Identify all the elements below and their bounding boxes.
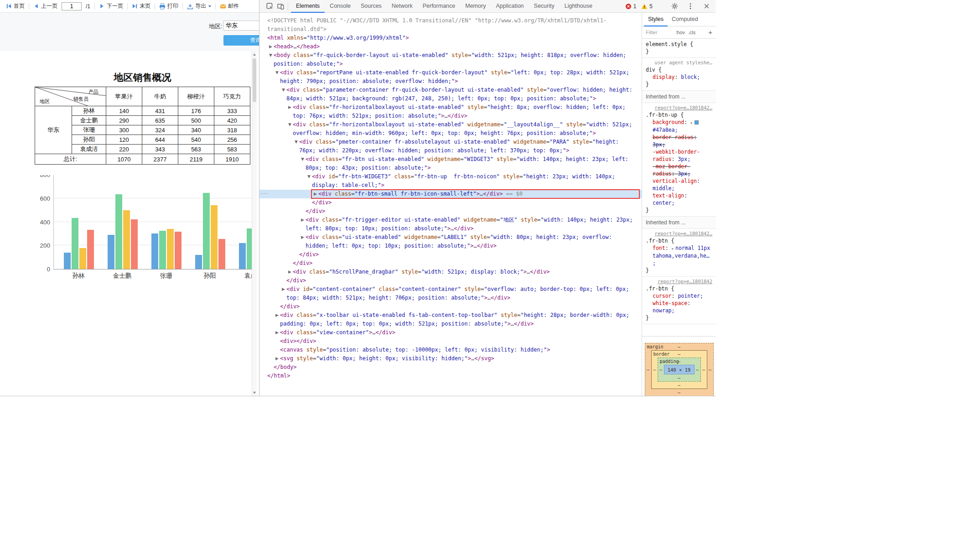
tab-sources[interactable]: Sources (356, 0, 387, 13)
dom-tree-row[interactable]: ▼<div class="pmeter-container fr-absolut… (259, 138, 642, 155)
close-devtools-button[interactable] (701, 1, 712, 12)
dom-tree-row[interactable]: </div> (259, 276, 642, 285)
tab-elements[interactable]: Elements (291, 0, 325, 13)
expand-arrow-icon[interactable]: ▶ (287, 103, 293, 112)
collapse-arrow-icon[interactable]: ▼ (300, 155, 306, 164)
collapse-arrow-icon[interactable]: ▼ (293, 138, 299, 146)
rule-selector[interactable]: .fr-btn { (646, 237, 712, 244)
settings-button[interactable] (669, 1, 680, 12)
rule-selector[interactable]: .fr-btn { (646, 285, 712, 292)
dom-tree-row[interactable]: </html> (259, 372, 642, 380)
sidebar-tab-computed[interactable]: Computed (668, 13, 702, 26)
css-property[interactable]: display: block; (646, 73, 712, 81)
stylesheet-link[interactable]: report?op=e…1801842… (646, 105, 712, 111)
dom-tree-row[interactable]: ▶<div class="hScrollPane_dragbar" style=… (259, 268, 642, 276)
expand-arrow-icon[interactable]: ▶ (280, 285, 286, 294)
dom-tree-row[interactable]: </div> (259, 207, 642, 216)
export-button[interactable]: 导出 (187, 2, 211, 10)
tab-security[interactable]: Security (529, 0, 560, 13)
sidebar-tab-styles[interactable]: Styles (644, 13, 668, 26)
console-warning-badge[interactable]: 5 (641, 3, 653, 10)
box-model-margin[interactable]: margin– – border– – padding– (645, 343, 714, 396)
inspect-element-button[interactable] (264, 1, 275, 12)
collapse-arrow-icon[interactable]: ▼ (274, 68, 280, 77)
css-property[interactable]: vertical-align: middle; (646, 177, 712, 192)
dom-tree-row[interactable]: </body> (259, 363, 642, 372)
scroll-down-button[interactable] (252, 390, 257, 395)
dom-tree-row[interactable]: ▼<div class="reportPane ui-state-enabled… (259, 68, 642, 86)
expand-arrow-icon[interactable]: ▶ (287, 268, 293, 276)
dom-tree-row[interactable]: ▶<div id="content-container" class="cont… (259, 285, 642, 302)
collapse-arrow-icon[interactable]: ▼ (306, 172, 312, 181)
scrollbar-thumb[interactable] (253, 58, 256, 102)
css-property[interactable]: -moz-border-radius: 3px; (646, 163, 712, 177)
dom-tree-row[interactable]: ▼<div class="parameter-container fr-quic… (259, 86, 642, 103)
hov-toggle[interactable]: :hov (675, 30, 685, 35)
rule-selector[interactable]: .fr-btn-up { (646, 111, 712, 119)
row-actions-icon[interactable]: ••• (261, 190, 268, 198)
scroll-up-button[interactable] (252, 52, 257, 57)
mail-button[interactable]: 邮件 (220, 2, 239, 10)
css-property[interactable]: font: ▸normal 11px tahoma,verdana,he…; (646, 244, 712, 267)
rule-selector[interactable]: div { (646, 66, 712, 73)
dom-tree-row[interactable]: ▼<div class="fr-horizontalboxlayout ui-s… (259, 120, 642, 138)
expand-arrow-icon[interactable]: ▶ (300, 216, 306, 224)
dom-tree-row[interactable]: ▼<body class="fr-quick-border-layout ui-… (259, 51, 642, 68)
expand-arrow-icon[interactable]: ▶ (274, 311, 280, 320)
rule-selector[interactable]: element.style { (646, 41, 712, 48)
dom-tree-row[interactable]: <div></div> (259, 337, 642, 346)
css-property[interactable]: text-align: center; (646, 192, 712, 207)
dom-tree-row[interactable]: ▶<head>…</head> (259, 42, 642, 51)
tab-lighthouse[interactable]: Lighthouse (560, 0, 597, 13)
dom-tree-row[interactable]: <!DOCTYPE html PUBLIC "-//W3C//DTD XHTML… (259, 16, 642, 34)
more-options-button[interactable] (685, 1, 696, 12)
css-property[interactable]: cursor: pointer; (646, 292, 712, 300)
dom-tree-row[interactable]: ▶<svg style="width: 0px; height: 0px; vi… (259, 354, 642, 363)
dom-tree-row[interactable]: ▶<div class="view-container">…</div> (259, 328, 642, 337)
expand-arrow-icon[interactable]: ▶ (274, 328, 280, 337)
dom-tree-row[interactable]: ▶<div class="x-toolbar ui-state-enabled … (259, 311, 642, 328)
box-model-content[interactable]: 140 × 19 (664, 365, 695, 374)
dom-tree-row[interactable]: </div> (259, 250, 642, 259)
dom-tree-row[interactable]: <html xmlns="http://www.w3.org/1999/xhtm… (259, 34, 642, 42)
collapse-arrow-icon[interactable]: ▼ (287, 120, 293, 129)
page-number-input[interactable] (62, 2, 82, 10)
first-page-button[interactable]: 首页 (6, 2, 25, 10)
collapse-arrow-icon[interactable]: ▼ (268, 51, 274, 60)
tab-memory[interactable]: Memory (460, 0, 491, 13)
collapse-arrow-icon[interactable]: ▼ (280, 86, 286, 94)
expand-arrow-icon[interactable]: ▶ (274, 354, 280, 363)
expand-arrow-icon[interactable]: ▶ (300, 233, 306, 242)
css-property[interactable]: border-radius: 3px; (646, 134, 712, 148)
new-style-rule-button[interactable]: + (708, 29, 712, 36)
device-toolbar-button[interactable] (275, 1, 286, 12)
prev-page-button[interactable]: 上一页 (33, 2, 57, 10)
dom-tree-row[interactable]: ▶<div class="fr-btn-small fr-btn-icon-sm… (259, 190, 642, 198)
dom-tree-row[interactable]: ▶<div class="fr-horizontalboxlayout ui-s… (259, 103, 642, 120)
stylesheet-link[interactable]: report?op=e…1801842 (646, 279, 712, 285)
region-input[interactable] (223, 21, 259, 31)
styles-filter-input[interactable] (646, 30, 672, 35)
last-page-button[interactable]: 末页 (132, 2, 150, 10)
dom-tree-row[interactable]: <canvas style="position: absolute; top: … (259, 346, 642, 354)
tab-performance[interactable]: Performance (418, 0, 461, 13)
vertical-scrollbar[interactable] (252, 51, 257, 396)
css-property[interactable]: white-space: nowrap; (646, 300, 712, 314)
dom-tree-row[interactable]: </div> (259, 198, 642, 207)
box-model-padding[interactable]: padding– – 140 × 19 – – (658, 357, 701, 382)
dom-tree-row[interactable]: ▶<div class="fr-trigger-editor ui-state-… (259, 216, 642, 233)
css-property[interactable]: background: ▸#47a8ea; (646, 119, 712, 134)
expand-arrow-icon[interactable]: ▶ (312, 190, 318, 198)
box-model-border[interactable]: border– – padding– – 140 × 19 – (651, 350, 707, 389)
next-page-button[interactable]: 下一页 (99, 2, 123, 10)
console-error-badge[interactable]: 1 (625, 3, 637, 10)
cls-toggle[interactable]: .cls (688, 30, 696, 35)
css-property[interactable]: -webkit-border-radius: 3px; (646, 148, 712, 163)
dom-tree-row[interactable]: </div> (259, 302, 642, 311)
stylesheet-link[interactable]: report?op=e…1801842… (646, 231, 712, 237)
query-button[interactable]: 查询 (223, 35, 259, 46)
tab-application[interactable]: Application (491, 0, 529, 13)
tab-network[interactable]: Network (387, 0, 418, 13)
expand-arrow-icon[interactable]: ▶ (268, 42, 274, 51)
dom-tree-row[interactable]: </div> (259, 259, 642, 268)
